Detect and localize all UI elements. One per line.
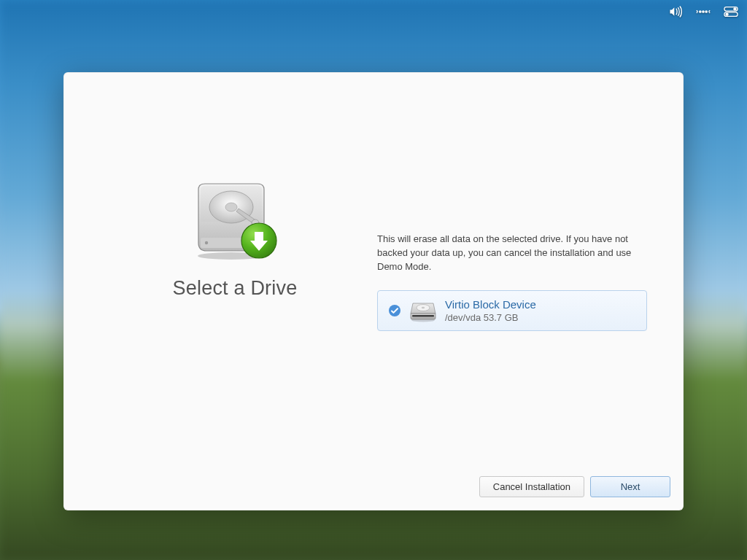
warning-text: This will erase all data on the selected… (377, 233, 647, 274)
drive-path-label: /dev/vda 53.7 GB (445, 312, 536, 323)
drive-text: Virtio Block Device /dev/vda 53.7 GB (445, 298, 536, 323)
left-panel: Select a Drive (93, 101, 377, 466)
svg-point-6 (725, 12, 728, 15)
drive-option-virtio[interactable]: Virtio Block Device /dev/vda 53.7 GB (377, 290, 647, 331)
network-icon[interactable] (696, 6, 711, 20)
svg-point-18 (422, 306, 425, 308)
drive-install-icon (187, 181, 282, 261)
right-panel: This will erase all data on the selected… (377, 101, 654, 466)
hard-drive-icon (409, 299, 438, 322)
svg-point-0 (700, 11, 701, 12)
dialog-footer: Cancel Installation Next (63, 466, 684, 510)
svg-point-4 (733, 7, 736, 10)
volume-icon[interactable] (668, 6, 683, 20)
svg-point-12 (205, 241, 208, 244)
installer-dialog: Select a Drive This will erase all data … (63, 72, 684, 510)
next-button[interactable]: Next (590, 476, 670, 497)
cancel-button[interactable]: Cancel Installation (479, 476, 584, 497)
svg-point-9 (225, 203, 237, 211)
power-toggles-icon[interactable] (724, 6, 738, 20)
page-title: Select a Drive (173, 277, 298, 300)
drive-name-label: Virtio Block Device (445, 298, 536, 311)
svg-rect-19 (412, 315, 434, 317)
top-indicator-bar (659, 0, 747, 26)
selected-check-icon (388, 304, 401, 317)
svg-point-2 (705, 11, 707, 12)
dialog-body: Select a Drive This will erase all data … (63, 72, 684, 466)
svg-point-1 (703, 11, 704, 12)
